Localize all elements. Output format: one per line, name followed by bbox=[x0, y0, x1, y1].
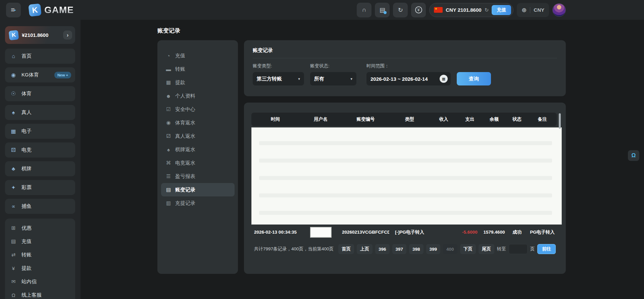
submenu-item-sports-rebate[interactable]: ◉体育返水 bbox=[165, 116, 235, 129]
sidebar-item-withdraw[interactable]: ¥提款 bbox=[5, 261, 75, 275]
cell-balance: 1579.4600 bbox=[482, 230, 506, 235]
submenu-item-label: 个人资料 bbox=[175, 93, 195, 99]
divider bbox=[530, 7, 530, 13]
chevron-down-icon: ▾ bbox=[350, 77, 352, 81]
submenu-item-deposit-withdraw-records[interactable]: ▥充提记录 bbox=[165, 196, 235, 210]
status-filter-select[interactable]: 所有 ▾ bbox=[310, 72, 356, 85]
brand-logo[interactable]: K GAME bbox=[29, 4, 74, 16]
submenu-item-account-records[interactable]: ▤账变记录 bbox=[161, 183, 235, 196]
online-support-icon: Ω bbox=[10, 292, 17, 298]
language-currency-selector[interactable]: ⊕ CNY bbox=[517, 3, 549, 17]
menu-toggle-button[interactable]: ≡ ▸ bbox=[6, 3, 21, 17]
submenu-item-chess-rebate[interactable]: ♠棋牌返水 bbox=[165, 143, 235, 156]
sports-icon: ☉ bbox=[10, 91, 17, 97]
last-page-button[interactable]: 尾页 bbox=[479, 244, 494, 254]
cell-type: [-]PG电子转入 bbox=[389, 229, 430, 235]
cell-username bbox=[299, 227, 342, 238]
support-float-button[interactable]: Ω bbox=[628, 150, 639, 161]
calendar-icon[interactable]: ▦ bbox=[440, 75, 448, 83]
sidebar-item-kg-sports[interactable]: ◉KG体育New + bbox=[5, 67, 75, 82]
sidebar-item-sports[interactable]: ☉体育 bbox=[5, 86, 75, 101]
wallet-k-icon: K bbox=[9, 30, 19, 40]
submenu-item-label: 充值 bbox=[175, 53, 185, 59]
currency-code-label: CNY bbox=[534, 7, 544, 13]
sidebar-item-live-casino[interactable]: ♠真人 bbox=[5, 105, 75, 120]
user-avatar[interactable] bbox=[552, 3, 566, 17]
submenu-item-esports-rebate[interactable]: ⌘电竞返水 bbox=[165, 156, 235, 170]
withdraw-icon: ▦ bbox=[165, 79, 171, 85]
sidebar-item-chess-cards[interactable]: ♣棋牌 bbox=[5, 161, 75, 176]
currency-balance-pill[interactable]: ★ CNY 2101.8600 ↻ 充值 bbox=[429, 3, 513, 17]
deposit-icon: ◔ bbox=[165, 53, 171, 59]
lottery-icon: ✦ bbox=[10, 184, 17, 191]
sidebar-item-lottery[interactable]: ✦彩票 bbox=[5, 180, 75, 195]
page-396-button[interactable]: 396 bbox=[375, 244, 390, 254]
column-header-record_no: 账变编号 bbox=[342, 116, 389, 122]
page-397-button[interactable]: 397 bbox=[392, 244, 407, 254]
submenu-item-label: 真人返水 bbox=[175, 133, 195, 139]
table-row[interactable]: 2026-02-13 00:34:3520260213VCGBFCFCDH[-]… bbox=[251, 225, 558, 240]
next-page-button[interactable]: 下页 bbox=[460, 244, 476, 254]
divider bbox=[253, 58, 557, 58]
submenu-item-label: 体育返水 bbox=[175, 120, 195, 126]
date-range-input[interactable]: 2026-02-13 ~ 2026-02-14 ▦ bbox=[366, 72, 451, 85]
ghost-row bbox=[259, 141, 552, 145]
scrollbar-thumb[interactable] bbox=[559, 113, 561, 129]
ghost-row bbox=[259, 193, 552, 197]
brand-logo-text: GAME bbox=[44, 5, 74, 15]
table-header-row: 时间用户名账变编号类型收入支出余额状态备注 bbox=[251, 113, 557, 126]
sidebar-item-esports[interactable]: ⚄电竞 bbox=[5, 142, 75, 158]
sidebar-item-online-support[interactable]: Ω线上客服 bbox=[5, 288, 75, 299]
home-icon: ⌂ bbox=[10, 53, 17, 59]
page-399-button[interactable]: 399 bbox=[426, 244, 441, 254]
type-filter-select[interactable]: 第三方转账 ▾ bbox=[253, 72, 304, 85]
deposit-button[interactable]: 充值 bbox=[492, 5, 511, 15]
wallet-button[interactable]: ▤ bbox=[375, 3, 390, 17]
sidebar-item-promotions[interactable]: ⊞优惠 bbox=[5, 221, 75, 235]
wallet-expand-button[interactable]: › bbox=[63, 31, 72, 40]
submenu-item-label: 盈亏报表 bbox=[175, 173, 195, 180]
submenu-item-security-center[interactable]: ☑安全中心 bbox=[165, 103, 235, 116]
fishing-icon: ∝ bbox=[10, 203, 17, 210]
submenu-item-withdraw[interactable]: ▦提款 bbox=[165, 76, 235, 89]
wallet-balance-card[interactable]: K ¥2101.8600 › bbox=[5, 26, 75, 44]
go-to-page-button[interactable]: 前往 bbox=[537, 244, 556, 254]
sync-button[interactable]: ↻ bbox=[393, 3, 408, 17]
submenu-item-profile[interactable]: ☻个人资料 bbox=[165, 89, 235, 103]
network-signal-button[interactable]: ∩ bbox=[357, 3, 371, 17]
submenu-item-transfer[interactable]: ▬转账 bbox=[165, 62, 235, 76]
sidebar-item-home[interactable]: ⌂首页 bbox=[5, 49, 75, 64]
coin-button[interactable]: ¥ bbox=[411, 3, 426, 17]
topbar-right: ∩▤↻¥ ★ CNY 2101.8600 ↻ 充值 ⊕ CNY bbox=[357, 3, 566, 17]
sidebar-item-label: 棋牌 bbox=[21, 166, 32, 172]
kg-sports-icon: ◉ bbox=[10, 72, 17, 78]
sidebar-item-fishing[interactable]: ∝捕鱼 bbox=[5, 199, 75, 214]
filter-panel: 账变记录 账变类型: 第三方转账 ▾ 账变状态: 所有 ▾ bbox=[244, 40, 566, 96]
sidebar-item-slots[interactable]: ▦电子 bbox=[5, 124, 75, 139]
sync-icon: ↻ bbox=[398, 6, 403, 14]
prev-page-button[interactable]: 上页 bbox=[357, 244, 373, 254]
sidebar-item-label: 电竞 bbox=[21, 147, 32, 153]
deposit-icon: ▤ bbox=[10, 238, 17, 244]
notification-dot-icon bbox=[384, 11, 387, 14]
sidebar-item-label: 捕鱼 bbox=[21, 203, 32, 210]
pagination: 共计7997条记录，400页，当前第400页 首页上页3963973983994… bbox=[251, 244, 558, 254]
sidebar-item-label: 彩票 bbox=[21, 184, 32, 191]
goto-page-input[interactable] bbox=[509, 244, 528, 254]
type-filter-label: 账变类型: bbox=[253, 63, 304, 69]
column-header-status: 状态 bbox=[506, 116, 528, 122]
sidebar-item-transfer[interactable]: ⇄转账 bbox=[5, 248, 75, 261]
first-page-button[interactable]: 首页 bbox=[338, 244, 354, 254]
new-badge: New + bbox=[54, 72, 71, 78]
security-center-icon: ☑ bbox=[165, 106, 171, 112]
page-398-button[interactable]: 398 bbox=[409, 244, 424, 254]
sidebar-item-deposit[interactable]: ▤充值 bbox=[5, 235, 75, 248]
submenu-item-live-rebate[interactable]: ⚂真人返水 bbox=[165, 129, 235, 143]
cell-time: 2026-02-13 00:34:35 bbox=[251, 230, 299, 235]
sidebar-item-inbox[interactable]: ✉站内信 bbox=[5, 275, 75, 288]
balance-refresh-icon[interactable]: ↻ bbox=[485, 7, 489, 13]
query-button[interactable]: 查询 bbox=[457, 72, 491, 85]
submenu-item-pnl-report[interactable]: ☰盈亏报表 bbox=[165, 170, 235, 183]
column-header-time: 时间 bbox=[251, 116, 299, 122]
submenu-item-deposit[interactable]: ◔充值 bbox=[165, 49, 235, 62]
